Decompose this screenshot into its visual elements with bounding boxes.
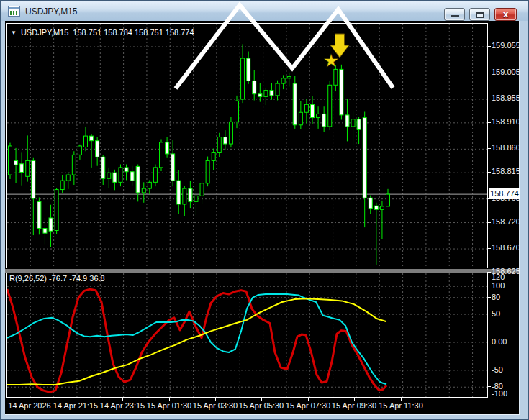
main-chart-pane[interactable] (6, 23, 488, 268)
minimize-button[interactable] (444, 8, 465, 21)
price-axis-tick (487, 248, 491, 249)
candle (322, 106, 326, 132)
time-axis-label: 14 Apr 2026 (8, 401, 50, 410)
symbol-period-label: USDJPY,M15 (21, 28, 68, 37)
candle (130, 166, 134, 186)
candle (223, 130, 227, 150)
candle (241, 44, 245, 103)
candle (119, 165, 122, 187)
candle (206, 157, 209, 187)
price-axis-tick (487, 99, 491, 99)
window-border-bottom (5, 414, 520, 415)
candle (160, 139, 163, 171)
candle (247, 52, 250, 84)
candle (253, 70, 256, 101)
time-axis-label: 15 Apr 01:30 (147, 401, 191, 410)
indicator-axis-tick (487, 275, 491, 275)
candle (14, 148, 18, 183)
oscillator-chart (7, 273, 487, 397)
candle (183, 186, 186, 216)
candle (37, 198, 41, 235)
price-axis-tick (487, 122, 491, 123)
restore-icon (476, 12, 484, 18)
price-axis-tick (487, 73, 491, 73)
candle (43, 218, 47, 245)
candle (217, 133, 221, 158)
indicator-axis-label: 100 (492, 281, 505, 290)
indicator-axis-label: -50 (492, 365, 503, 374)
candle (293, 76, 297, 129)
indicator-axis-label: 0.00 (492, 337, 507, 346)
indicator-pane[interactable] (6, 273, 488, 398)
ohlc-values: 158.751 158.784 158.751 158.774 (73, 28, 194, 37)
candle (101, 155, 105, 185)
candle (200, 181, 204, 204)
time-axis-tick (354, 398, 355, 401)
candle (281, 75, 285, 89)
candle (235, 96, 239, 128)
candle (317, 106, 320, 129)
title-bar[interactable]: USDJPY,M15 x (1, 1, 529, 21)
candle (9, 143, 12, 179)
price-axis-tick (487, 272, 491, 273)
time-axis-label: 15 Apr 05:30 (239, 401, 284, 410)
candle (166, 137, 169, 158)
candle (78, 145, 81, 160)
candle (107, 168, 111, 188)
price-axis-tick (487, 148, 491, 149)
candle (340, 65, 343, 120)
time-axis-tick (122, 398, 123, 401)
candle (328, 81, 332, 130)
indicator-gridlines (7, 286, 487, 387)
candle (386, 189, 390, 206)
chevron-down-icon: ▼ (11, 29, 17, 36)
indicator-axis-tick (487, 297, 491, 298)
close-button[interactable]: x (494, 8, 517, 21)
time-axis-tick (215, 398, 216, 401)
candle (299, 101, 302, 129)
time-axis-tick (30, 398, 30, 401)
candle (311, 96, 315, 124)
time-axis-label: 15 Apr 03:30 (193, 401, 238, 410)
price-axis-tick (487, 222, 491, 223)
candle (287, 73, 291, 87)
price-axis-label: 158.910 (492, 117, 520, 126)
restore-button[interactable] (469, 8, 490, 21)
price-axis-tick (487, 46, 491, 47)
chart-window-icon (8, 6, 20, 17)
candle (334, 65, 338, 92)
indicator-axis-label: 80 (492, 293, 500, 301)
indicator-axis-tick (487, 370, 491, 370)
indicator-axis-label: 50 (492, 309, 500, 318)
time-axis-tick (308, 398, 309, 401)
candle (304, 99, 308, 123)
candle (369, 196, 372, 214)
current-price-badge: 158.774 (489, 188, 520, 199)
indicator-axis-tick (487, 286, 491, 286)
candle (84, 127, 88, 151)
candle (270, 83, 273, 99)
candle (72, 151, 76, 185)
candle (26, 135, 30, 181)
indicator-axis-tick (487, 314, 491, 314)
time-axis-tick (261, 398, 262, 401)
chart-ohlc-header: ▼ USDJPY,M15 158.751 158.784 158.751 158… (11, 28, 194, 37)
candle (374, 203, 378, 265)
price-axis-label: 158.720 (492, 217, 520, 226)
indicator-axis-label: -100 (492, 389, 507, 398)
candle (113, 170, 117, 190)
candle (153, 165, 157, 187)
candle (60, 175, 64, 193)
candle (363, 112, 366, 228)
candle (189, 181, 192, 208)
indicator-axis-tick (487, 386, 491, 387)
candle (357, 117, 361, 144)
candle (32, 158, 35, 235)
candle (96, 137, 99, 166)
candle (212, 149, 215, 170)
candle (345, 99, 349, 141)
candle (148, 180, 151, 194)
candle (55, 188, 58, 234)
time-axis-tick (76, 398, 76, 401)
price-axis-label: 159.005 (492, 68, 520, 76)
